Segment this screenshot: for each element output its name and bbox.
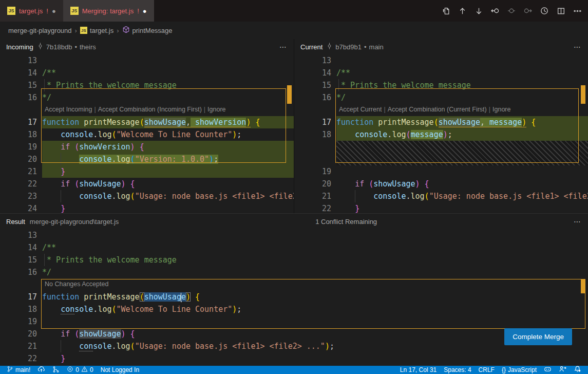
more-actions-icon[interactable]: ⋯ bbox=[279, 43, 288, 51]
git-branch-indicator[interactable]: main! bbox=[3, 366, 34, 374]
copilot-indicator[interactable] bbox=[540, 366, 555, 374]
conflict-action-bar: Accept Current|Accept Combination (Curre… bbox=[294, 104, 588, 116]
code-line-content[interactable] bbox=[42, 54, 294, 67]
line-number: 17 bbox=[0, 291, 42, 303]
problems-indicator[interactable]: 0 0 bbox=[63, 366, 97, 374]
line-number: 21 bbox=[294, 190, 336, 202]
code-line: 24 } bbox=[0, 202, 294, 213]
tab-target-js[interactable]: JS target.js ! ● bbox=[0, 0, 63, 22]
line-number: 17 bbox=[294, 116, 336, 128]
merge-action-link[interactable]: Accept Current bbox=[339, 106, 382, 113]
tab-label: target.js bbox=[19, 7, 43, 15]
code-line-content[interactable] bbox=[42, 315, 588, 328]
more-actions-icon[interactable]: ⋯ bbox=[574, 43, 582, 51]
code-line-content[interactable]: */ bbox=[336, 91, 588, 104]
conflict-state-label: No Changes Accepted bbox=[45, 280, 108, 288]
merge-action-link[interactable]: Accept Combination (Incoming First) bbox=[98, 106, 202, 113]
hatch-region bbox=[336, 141, 588, 165]
code-line-content[interactable] bbox=[336, 165, 588, 178]
open-file-icon[interactable] bbox=[439, 4, 452, 17]
complete-merge-button[interactable]: Complete Merge bbox=[504, 328, 572, 345]
code-line-content[interactable]: /** bbox=[42, 67, 294, 79]
unsaved-dot-icon[interactable]: ● bbox=[143, 7, 147, 15]
code-line-content[interactable]: /** bbox=[42, 241, 588, 254]
code-line-content[interactable]: function printMessage(showUsage, message… bbox=[336, 116, 588, 128]
editor-toolbar bbox=[439, 0, 584, 22]
cursor-position-indicator[interactable]: Ln 17, Col 31 bbox=[396, 366, 440, 374]
code-line-content[interactable]: * Prints the welcome message bbox=[42, 79, 294, 91]
line-number: 24 bbox=[0, 202, 42, 213]
code-line-content[interactable]: */ bbox=[42, 266, 588, 278]
line-number: 19 bbox=[0, 141, 42, 153]
breadcrumb-separator: › bbox=[117, 27, 119, 34]
arrow-down-icon[interactable] bbox=[472, 4, 485, 17]
code-line: 23 console.log("Usage: node base.js <fil… bbox=[0, 190, 294, 202]
commit-hash[interactable]: b7bd9b1 bbox=[335, 43, 362, 51]
line-number: 15 bbox=[0, 79, 42, 91]
code-line-content[interactable]: /** bbox=[336, 67, 588, 79]
pane-title: Current bbox=[300, 43, 323, 51]
code-line: 13 bbox=[0, 229, 588, 241]
bell-icon bbox=[574, 365, 581, 374]
commit-hash[interactable]: 7b18bdb bbox=[46, 43, 72, 51]
line-number: 20 bbox=[0, 153, 42, 165]
code-line: 14/** bbox=[0, 67, 294, 79]
code-line-content[interactable]: if (showUsage) { bbox=[42, 178, 294, 190]
code-line: 19 if (showVersion) { bbox=[0, 141, 294, 153]
code-line-content[interactable] bbox=[336, 54, 588, 67]
merge-action-link[interactable]: Accept Incoming bbox=[45, 106, 92, 113]
notifications-bell[interactable] bbox=[570, 366, 585, 374]
merge-action-link[interactable]: Accept Combination (Current First) bbox=[388, 106, 487, 113]
code-line-content[interactable]: * Prints the welcome message bbox=[42, 254, 588, 266]
login-status[interactable]: Not Logged In bbox=[97, 366, 143, 374]
line-number: 21 bbox=[0, 165, 42, 178]
pane-title: Result bbox=[6, 218, 25, 226]
code-line-content[interactable]: } bbox=[42, 352, 588, 365]
breadcrumb-folder[interactable]: merge-git-playground bbox=[8, 27, 72, 34]
code-line-content[interactable] bbox=[42, 229, 588, 241]
code-line: 15 * Prints the welcome message bbox=[294, 79, 588, 91]
code-line-content[interactable]: console.log("Welcome To Line Counter"); bbox=[42, 128, 294, 141]
modified-dot-icon[interactable]: ● bbox=[52, 7, 56, 15]
code-line-content[interactable]: console.log("Version: 1.0.0"); bbox=[42, 153, 294, 165]
code-line-content[interactable]: function printMessage(showUsage) { bbox=[42, 291, 588, 303]
code-line-content[interactable]: * Prints the welcome message bbox=[336, 79, 588, 91]
split-editor-icon[interactable] bbox=[554, 4, 567, 17]
code-line-content[interactable]: console.log("Welcome To Line Counter"); bbox=[42, 303, 588, 315]
merge-action-link[interactable]: Ignore bbox=[492, 106, 510, 113]
code-line-content[interactable]: if (showUsage) { bbox=[336, 178, 588, 190]
code-line-content[interactable]: */ bbox=[42, 91, 294, 104]
code-line-content[interactable]: } bbox=[336, 202, 588, 213]
code-line: 22 } bbox=[294, 202, 588, 213]
code-line-content[interactable]: console.log(message); bbox=[336, 128, 588, 141]
code-line: 16*/ bbox=[294, 91, 588, 104]
code-line-content[interactable]: function printMessage(showUsage, showVer… bbox=[42, 116, 294, 128]
code-line-content[interactable]: if (showVersion) { bbox=[42, 141, 294, 153]
code-line: 22 } bbox=[0, 352, 588, 365]
code-line-content[interactable]: console.log("Usage: node base.js <file1>… bbox=[42, 190, 294, 202]
publish-changes-button[interactable] bbox=[34, 366, 49, 374]
tab-label: Merging: target.js bbox=[82, 7, 134, 15]
conflict-flag: ! bbox=[137, 7, 139, 15]
tab-merging-target-js[interactable]: JS Merging: target.js ! ● bbox=[63, 0, 154, 22]
prev-unhandled-conflict-icon[interactable] bbox=[488, 4, 502, 17]
language-indicator[interactable]: {} JavaScript bbox=[498, 366, 540, 374]
breadcrumb-file[interactable]: JS target.js bbox=[80, 27, 113, 34]
feedback-indicator[interactable] bbox=[555, 366, 570, 374]
history-icon[interactable] bbox=[538, 4, 551, 17]
merge-action-link[interactable]: Ignore bbox=[207, 106, 225, 113]
breadcrumb-symbol[interactable]: printMessage bbox=[122, 26, 173, 35]
next-unhandled-conflict-icon[interactable] bbox=[521, 4, 535, 17]
eol-indicator[interactable]: CRLF bbox=[475, 366, 498, 374]
indentation-indicator[interactable]: Spaces: 4 bbox=[440, 366, 475, 374]
arrow-up-icon[interactable] bbox=[456, 4, 469, 17]
merge-editor-indicator[interactable] bbox=[49, 366, 63, 374]
more-actions-icon[interactable] bbox=[571, 4, 584, 17]
conflict-circle-icon[interactable] bbox=[505, 4, 518, 17]
code-line-content[interactable]: } bbox=[42, 202, 294, 213]
more-actions-icon[interactable]: ⋯ bbox=[574, 217, 582, 226]
code-line-content[interactable]: } bbox=[42, 165, 294, 178]
code-line-content[interactable]: console.log("Usage: node base.js <file1>… bbox=[336, 190, 588, 202]
code-line: 19 bbox=[0, 315, 588, 328]
code-line: 13 bbox=[0, 54, 294, 67]
